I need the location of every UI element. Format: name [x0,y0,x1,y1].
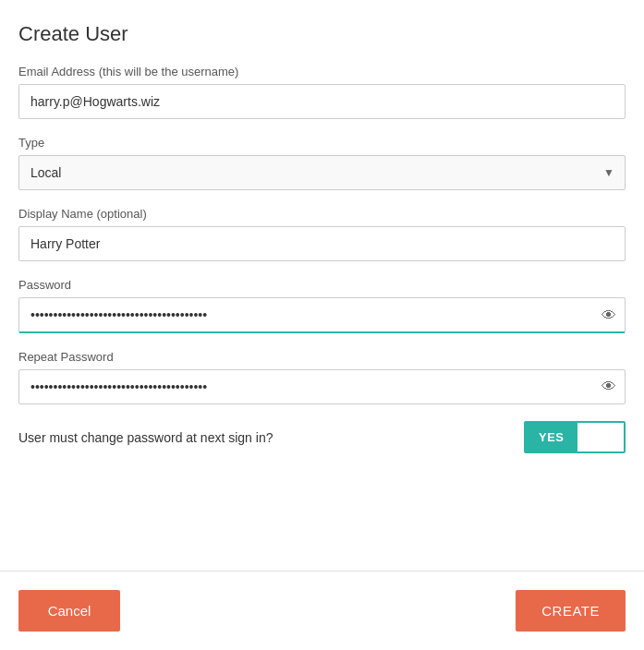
repeat-eye-icon[interactable]: 👁 [601,379,616,395]
must-change-password-label: User must change password at next sign i… [18,430,273,445]
email-field-group: Email Address (this will be the username… [18,65,626,119]
yes-no-toggle[interactable]: YES [524,421,626,453]
cancel-button[interactable]: Cancel [18,590,120,632]
repeat-password-input[interactable] [18,369,626,404]
password-wrapper: 👁 [18,297,626,333]
type-label: Type [18,136,626,150]
eye-icon[interactable]: 👁 [601,307,616,324]
no-button[interactable] [577,430,624,445]
display-name-field-group: Display Name (optional) [18,207,626,261]
display-name-label: Display Name (optional) [18,207,626,221]
email-input[interactable] [18,84,626,119]
type-select-wrapper: Local LDAP SAML ▼ [18,155,626,190]
form-area: Create User Email Address (this will be … [0,0,644,571]
yes-button[interactable]: YES [526,423,577,451]
repeat-password-field-group: Repeat Password 👁 [18,350,626,404]
type-field-group: Type Local LDAP SAML ▼ [18,136,626,190]
create-user-dialog: Create User Email Address (this will be … [0,0,644,650]
display-name-input[interactable] [18,226,626,261]
password-field-group: Password 👁 [18,278,626,333]
footer-area: Cancel CREATE [0,572,644,650]
password-input[interactable] [18,297,626,333]
email-label: Email Address (this will be the username… [18,65,626,78]
password-label: Password [18,278,626,292]
create-button[interactable]: CREATE [516,590,626,632]
must-change-password-row: User must change password at next sign i… [18,421,626,453]
type-select[interactable]: Local LDAP SAML [18,155,626,190]
repeat-password-wrapper: 👁 [18,369,626,404]
page-title: Create User [18,22,626,46]
repeat-password-label: Repeat Password [18,350,626,364]
